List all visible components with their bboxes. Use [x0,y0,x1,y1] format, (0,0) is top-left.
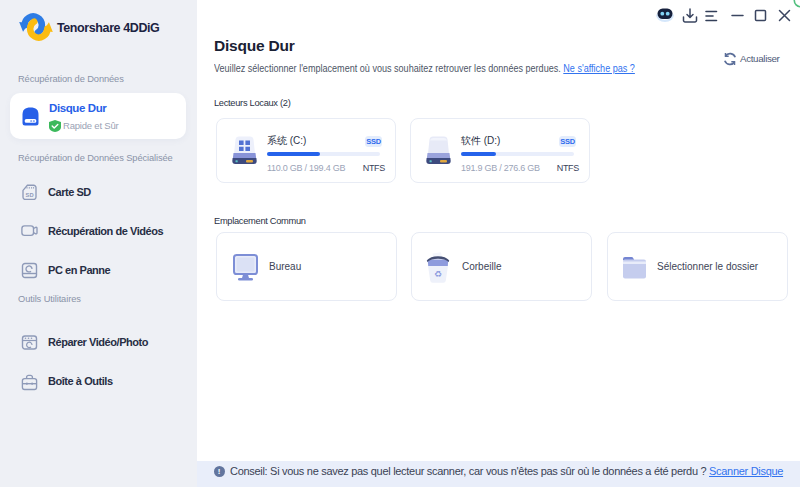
svg-text:♻: ♻ [434,269,442,279]
svg-text:SD: SD [26,192,34,198]
